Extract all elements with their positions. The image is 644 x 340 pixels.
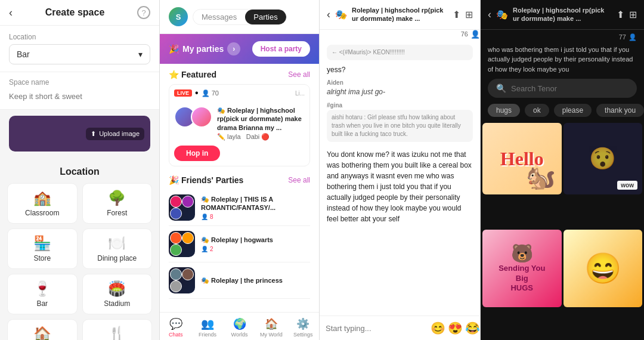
location-item-stadium[interactable]: 🏟️ Stadium bbox=[82, 274, 153, 314]
friend-party-thumbnail bbox=[169, 194, 195, 221]
space-name-input[interactable] bbox=[9, 89, 150, 103]
featured-card-header: LIVE • 👤 70 Li... bbox=[169, 85, 309, 101]
location-item-classroom[interactable]: 🏫 Classroom bbox=[7, 183, 78, 224]
chat-message-aiden: Aiden alright ima just go- bbox=[327, 79, 473, 97]
live-badge: LIVE bbox=[174, 89, 192, 97]
location-icon: 🏠 bbox=[33, 326, 51, 340]
featured-card[interactable]: LIVE • 👤 70 Li... 🎭 Roleplay | highschoo… bbox=[169, 84, 310, 166]
avatar-2 bbox=[182, 232, 194, 244]
friend-party-item[interactable]: 🎭 Roleplay | the princess bbox=[169, 262, 310, 299]
message-author: Aiden bbox=[327, 79, 473, 86]
back-icon[interactable]: ‹ bbox=[9, 7, 13, 19]
location-icon: 🍽️ bbox=[108, 235, 126, 252]
gif-laughing[interactable]: 😄 bbox=[564, 230, 643, 307]
panel1-header: ‹ Create space ? bbox=[0, 0, 159, 26]
tenor-tag-hugs[interactable]: hugs bbox=[488, 104, 520, 117]
tenor-tag-ok[interactable]: ok bbox=[525, 104, 549, 117]
bottom-tab-label: Worlds bbox=[231, 332, 248, 338]
location-item-dining-place[interactable]: 🍽️ Dining place bbox=[82, 228, 153, 269]
chat-input[interactable] bbox=[326, 324, 426, 333]
tab-parties[interactable]: Parties bbox=[245, 10, 286, 24]
gif-hugs-text: 🐻 Sending YouBigHUGS bbox=[499, 243, 545, 294]
location-item-kitchen[interactable]: 🍴 Kitchen bbox=[82, 319, 153, 340]
bottom-tab-my-world[interactable]: 🏠 My World bbox=[255, 317, 287, 338]
avatar-2 bbox=[182, 268, 194, 280]
system-message: ← <(#Mauris)> KEON!!!!!!!!! bbox=[327, 45, 473, 60]
friend-party-thumbnail bbox=[169, 267, 195, 293]
friend-party-thumbnail bbox=[169, 231, 195, 257]
host-party-button[interactable]: Host a party bbox=[252, 41, 310, 57]
avatar-2 bbox=[182, 196, 194, 208]
featured-host-name: ✏️ layla Dabi 🔴 bbox=[217, 133, 305, 141]
location-item-store[interactable]: 🏪 Store bbox=[7, 228, 78, 269]
bottom-tab-friends[interactable]: 👥 Friends bbox=[191, 317, 223, 338]
avatar[interactable]: S bbox=[169, 7, 188, 26]
tenor-title-icon: 🎭 bbox=[496, 9, 508, 20]
hop-in-button[interactable]: Hop in bbox=[174, 146, 220, 161]
bottom-tab-settings[interactable]: ⚙️ Settings bbox=[287, 317, 319, 338]
tenor-grid: Hello 🐿️ 😯 wow 🐻 Sending YouBigHUGS 😄 bbox=[481, 123, 644, 340]
panel2-header: S Messages Parties bbox=[160, 0, 319, 34]
avatar-3 bbox=[170, 244, 182, 256]
worlds-icon: 🌍 bbox=[233, 317, 246, 330]
tab-messages[interactable]: Messages bbox=[193, 10, 245, 24]
location-name: Dining place bbox=[97, 254, 137, 262]
location-dropdown[interactable]: Bar ▾ bbox=[9, 44, 150, 64]
friend-party-item[interactable]: 🎭 Roleplay | hogwarts 👤 2 bbox=[169, 226, 310, 262]
location-value: Bar bbox=[17, 50, 30, 59]
chat-header-icons: ⬆ ⊞ bbox=[453, 9, 473, 20]
chats-icon: 💬 bbox=[169, 317, 182, 330]
featured-see-all[interactable]: See all bbox=[288, 70, 310, 79]
emoji-heart-eyes[interactable]: 😍 bbox=[448, 321, 463, 335]
location-item-home[interactable]: 🏠 Home bbox=[7, 319, 78, 340]
bottom-tab-chats[interactable]: 💬 Chats bbox=[160, 317, 191, 338]
featured-party-title: 🎭 Roleplay | highschool rp(pick ur dormm… bbox=[217, 106, 305, 132]
gif-hello[interactable]: Hello 🐿️ bbox=[482, 123, 562, 194]
tenor-tag-please[interactable]: please bbox=[554, 104, 592, 117]
location-item-bar[interactable]: 🍷 Bar bbox=[7, 274, 78, 314]
bottom-tab-label: My World bbox=[260, 332, 283, 338]
friend-parties-list: 🎭 Roleplay | THIS IS A ROMANTIC/FANTASY/… bbox=[169, 190, 310, 299]
bottom-tab-label: Chats bbox=[169, 332, 183, 338]
tenor-search-input[interactable] bbox=[511, 84, 628, 93]
featured-card-body: 🎭 Roleplay | highschool rp(pick ur dormm… bbox=[169, 101, 309, 146]
image-upload-area[interactable]: ⬆ Upload image bbox=[9, 116, 150, 152]
bear-icon: 🐻 bbox=[499, 243, 545, 264]
emoji-smiley[interactable]: 😊 bbox=[431, 321, 445, 335]
bottom-tab-label: Friends bbox=[199, 332, 216, 338]
friend-party-item[interactable]: 🎭 Roleplay | THIS IS A ROMANTIC/FANTASY/… bbox=[169, 190, 310, 226]
my-parties-arrow[interactable]: › bbox=[227, 42, 240, 55]
friends-section: 🎉 Friends' Parties See all 🎭 Roleplay | … bbox=[160, 169, 319, 312]
gif-hugs[interactable]: 🐻 Sending YouBigHUGS bbox=[482, 230, 562, 307]
tenor-tag-thank-you[interactable]: thank you bbox=[596, 104, 644, 117]
gif-wow[interactable]: 😯 wow bbox=[564, 123, 643, 194]
create-space-panel: ‹ Create space ? Location Bar ▾ Space na… bbox=[0, 0, 160, 340]
location-icon: 🍴 bbox=[108, 326, 126, 340]
message-author-gina: #gina bbox=[327, 102, 473, 109]
tenor-chat-title: Roleplay | highschool rp(pick ur dormmat… bbox=[513, 6, 612, 23]
tenor-back-icon[interactable]: ‹ bbox=[488, 8, 491, 21]
dot-icon: • bbox=[195, 88, 199, 98]
layout-icon[interactable]: ⊞ bbox=[465, 9, 473, 20]
bottom-tab-worlds[interactable]: 🌍 Worlds bbox=[224, 317, 255, 338]
chat-back-icon[interactable]: ‹ bbox=[327, 8, 330, 21]
friends-see-all[interactable]: See all bbox=[288, 176, 310, 184]
tenor-layout-icon[interactable]: ⊞ bbox=[629, 9, 637, 20]
help-icon[interactable]: ? bbox=[137, 6, 150, 19]
tenor-search-bar[interactable]: 🔍 bbox=[488, 79, 637, 98]
upload-image-button[interactable]: ⬆ Upload image bbox=[86, 128, 144, 140]
friends-icon: 🎉 bbox=[169, 175, 181, 185]
my-parties-label: 🎉 My parties › bbox=[169, 42, 240, 55]
location-item-forest[interactable]: 🌳 Forest bbox=[82, 183, 153, 224]
laughing-face-icon: 😄 bbox=[584, 251, 621, 286]
avatar-3 bbox=[170, 280, 182, 292]
person-icon: 👤 bbox=[201, 214, 208, 220]
tenor-panel: ‹ 🎭 Roleplay | highschool rp(pick ur dor… bbox=[481, 0, 644, 340]
chat-title: Roleplay | highschool rp(pick ur dormmat… bbox=[352, 6, 448, 23]
share-icon[interactable]: ⬆ bbox=[453, 9, 460, 20]
user-count-icon: 👤 bbox=[470, 30, 480, 39]
location-name: Store bbox=[33, 254, 51, 262]
emoji-laugh[interactable]: 😂 bbox=[465, 321, 480, 335]
my world-icon: 🏠 bbox=[265, 317, 278, 330]
tenor-share-icon[interactable]: ⬆ bbox=[617, 9, 624, 20]
